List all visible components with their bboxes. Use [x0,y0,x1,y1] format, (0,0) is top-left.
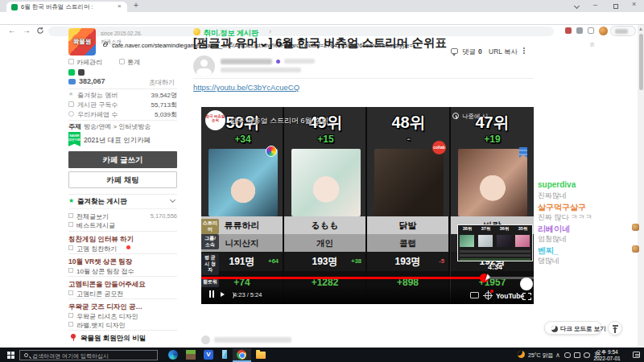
sidebar-item-label-badge[interactable]: 라벨,뱃지 디자인 [68,321,177,329]
comment-label[interactable]: 댓글 [462,47,476,57]
chart-icon [119,59,125,64]
sidebar-item-label: 베스트게시글 [76,221,115,230]
taskbar-clock[interactable]: 오후 9:54 2022-07-01 [590,349,624,362]
author-meta-blur [284,59,315,64]
rank-change: - [367,134,450,145]
preview-rank: 35위 [514,226,532,232]
preview-avatar [497,235,511,247]
weather-moon-icon[interactable] [518,351,525,358]
settings-gear-icon[interactable] [485,292,492,299]
3d-viewer-icon[interactable] [222,350,227,359]
comment-avatar-blur [201,335,210,344]
badge-label: 2021년 대표 인기카페 [84,136,151,146]
start-button-icon[interactable] [7,352,10,355]
sidebar-item-tshirt[interactable]: 우왁굳 티셔츠 디자인 [68,312,177,320]
bookmark-star-icon[interactable]: ☆ [589,41,595,48]
youtube-link[interactable]: https://youtu.be/C3bYcAcueCQ [193,83,299,92]
tab-close-icon[interactable]: × [118,2,122,10]
v-app-icon[interactable]: V [204,350,213,360]
rank-change: +34 [201,134,284,145]
scrollbar-up-arrow[interactable] [639,27,642,31]
sidebar-item-count: 5,170,556 [151,212,177,220]
new-tab-button[interactable]: + [134,1,138,10]
tray-ime-icon[interactable] [574,352,580,358]
board-icon [68,268,73,273]
channel-watermark-icon[interactable] [520,278,533,290]
tab-search-chevron-icon[interactable] [574,3,580,9]
fullscreen-icon[interactable] [522,293,531,300]
progress-bar-played[interactable] [201,277,485,279]
sidebar-item-praise[interactable]: 고멤 칭찬하기 [68,245,177,253]
scroll-to-top-button[interactable] [608,321,622,335]
profile-pill[interactable] [610,26,636,36]
taskbar-search-box[interactable]: 검색하려면 여기에 입력하십시 [19,350,158,360]
extensions-puzzle-icon[interactable] [576,27,583,34]
scrollbar-thumb[interactable] [639,34,643,90]
file-explorer-icon[interactable] [256,350,266,360]
post-more-icon[interactable] [523,47,525,49]
cafe-manage-link[interactable]: 카페관리 [76,58,102,67]
pause-icon[interactable] [209,290,214,298]
folder-icon [256,352,266,359]
chat-emote-icon [632,224,639,231]
dark-mode-label: 다크 모드로 보기 [560,325,606,333]
board-icon [68,245,73,250]
sidebar-item-best-posts[interactable]: 베스트게시글 [68,221,177,229]
dark-mode-button[interactable]: 다크 모드로 보기 [544,321,602,335]
invite-link[interactable]: 초대하기 [149,78,175,87]
chat-emote-icon [632,245,639,253]
sidebar-group-header: 고멤티콘을 만들어주세요 [68,280,146,290]
miniplayer-icon[interactable] [470,292,479,298]
watch-later-clock-icon[interactable] [452,113,459,119]
edge-icon[interactable] [168,350,178,360]
weather-label[interactable]: 25°C 맑음 [528,352,554,360]
side-panel-icon[interactable] [588,27,594,34]
url-copy-button[interactable]: URL 복사 [489,47,518,57]
chat-username: 리베이네 [538,224,570,235]
chat-username: 살구먹구살구 [538,202,586,213]
comment-bubble-icon [451,48,458,54]
cafe-logo[interactable]: 왁물원 [68,28,96,56]
volume-icon[interactable] [221,292,225,297]
cafe-intro-link[interactable]: 카페소개 [101,39,122,46]
sidebar-item-emoticon[interactable]: 고멤티콘 공모전 [68,290,177,298]
browser-tab[interactable]: 6월 한국 버츄얼 스트리머 : × [6,2,127,12]
arrow-up-icon [614,325,617,332]
author-avatar[interactable] [193,56,215,77]
video-overlay-title[interactable]: 한국 버츄얼 스트리머 6월 순위 [229,116,328,126]
group-header-label: 10월 VR챗 상콘 팀장 [68,257,132,265]
viewer-count: 193명 [367,252,448,271]
chevron-down-icon[interactable] [170,197,175,203]
cafe-write-button[interactable]: 카페 글쓰기 [68,151,177,168]
window-minimize-button[interactable]: – [593,1,597,9]
sidebar-item-label: 전체글보기 [76,212,109,221]
tray-expand-caret[interactable]: ∧ [555,352,560,359]
topic-value[interactable]: 방송/연예 > 인터넷방송 [84,122,151,131]
rank-48: 48위 [367,112,450,134]
browser-profile-avatar[interactable] [599,27,608,35]
minecraft-icon[interactable] [186,350,196,360]
youtube-logo[interactable]: YouTube [496,292,524,300]
back-icon[interactable]: ← [8,26,16,35]
watch-later-label[interactable]: 나중에 시.. [462,113,491,121]
sidebar-group-header: 칭찬게임 인터뷰 하기 [68,235,134,245]
window-close-button[interactable]: × [632,0,636,8]
window-maximize-button[interactable] [613,4,618,9]
cafe-chat-button[interactable]: 카페 채팅 [68,171,177,188]
row-label-group: 그룹/ 소속 [201,234,219,249]
channel-logo[interactable]: 한국 버츄얼 순위 [205,110,225,130]
action-center-icon[interactable] [633,352,640,358]
cafe-stats-link[interactable]: 통계 [127,58,140,67]
tray-volume-icon[interactable] [584,352,590,358]
browser-tabstrip: 6월 한국 버츄얼 스트리머 : × + – × [0,0,644,12]
sidebar-item-all-posts[interactable]: 전체글보기 5,170,556 [68,212,177,220]
chrome-taskbar-highlight[interactable] [233,348,251,362]
reload-icon[interactable] [36,27,44,35]
forward-icon[interactable]: → [23,26,31,35]
tray-link-icon[interactable] [564,352,571,358]
sidebar-item-secret[interactable]: 왁물원 회원만의 비밀 [71,334,180,342]
chrome-icon[interactable] [237,350,246,360]
sidebar-item-vrchat[interactable]: 10월 상콘 팀장 접수 [68,267,177,275]
extension-icon[interactable] [565,27,572,34]
youtube-player[interactable]: 50위 49위 48위 47위 +34 +15 - +19 한국 버츄얼 순위 … [201,107,534,304]
